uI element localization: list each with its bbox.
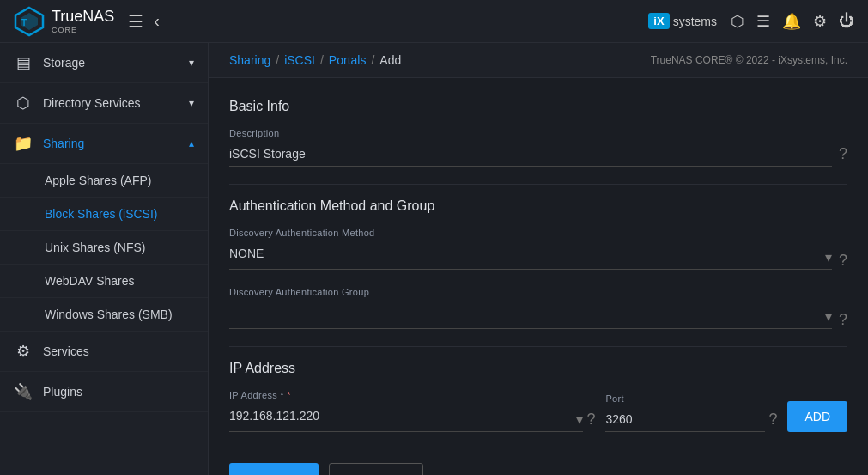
ip-address-arrow: ▾ [576,411,583,428]
sidebar-item-storage[interactable]: ▤ Storage ▾ [0,43,208,83]
sidebar-sub-smb[interactable]: Windows Shares (SMB) [0,298,208,332]
copyright-text: TrueNAS CORE® © 2022 - iXsystems, Inc. [651,54,847,66]
divider-1 [229,184,847,185]
sharing-icon: 📁 [14,134,33,153]
ip-address-input[interactable] [229,404,573,428]
discovery-auth-method-label: Discovery Authentication Method [229,228,847,238]
sidebar-label-nfs: Unix Shares (NFS) [45,241,145,254]
topbar-nav: ☰ ‹ [128,11,160,32]
sidebar: ▤ Storage ▾ ⬡ Directory Services ▾ 📁 Sha… [0,43,209,475]
topbar-left: T TrueNAS CORE ☰ ‹ [14,6,160,37]
sidebar-item-plugins[interactable]: 🔌 Plugins [0,372,208,412]
ip-address-select-wrapper: ▾ [229,404,583,432]
discovery-auth-group-select[interactable] [229,301,822,325]
services-icon: ⚙ [14,342,33,361]
logo-text-group: TrueNAS CORE [52,8,114,34]
sidebar-label-iscsi: Block Shares (iSCSI) [45,207,157,221]
description-help-icon[interactable]: ? [839,145,847,163]
plugins-icon: 🔌 [14,382,33,401]
auth-section: Authentication Method and Group Discover… [229,198,847,329]
discovery-auth-method-row: NONE CHAP Mutual CHAP ▾ ? [229,241,847,270]
breadcrumb-bar: Sharing / iSCSI / Portals / Add TrueNAS … [209,43,868,78]
ip-address-label: IP Address * [229,390,595,400]
ix-text: systems [673,15,717,28]
discovery-auth-group-arrow: ▾ [825,308,832,325]
sidebar-item-directory-services[interactable]: ⬡ Directory Services ▾ [0,83,208,124]
port-help-icon[interactable]: ? [768,411,777,429]
form-actions: SUBMIT CANCEL [229,449,847,475]
breadcrumb-sep-3: / [371,53,374,67]
sidebar-sub-webdav[interactable]: WebDAV Shares [0,265,208,298]
sidebar-sub-nfs[interactable]: Unix Shares (NFS) [0,231,208,265]
sidebar-item-services[interactable]: ⚙ Services [0,332,208,372]
ip-address-col: IP Address * ▾ ? [229,390,595,432]
logo: T TrueNAS CORE [14,6,114,37]
description-label: Description [229,128,847,138]
basic-info-section: Basic Info Description ? [229,99,847,167]
storage-arrow: ▾ [189,57,194,69]
sidebar-sub-afp[interactable]: Apple Shares (AFP) [0,164,208,198]
discovery-auth-method-help-icon[interactable]: ? [839,252,847,270]
port-input[interactable] [605,407,765,432]
port-input-row: ? [605,407,777,432]
storage-icon: ▤ [14,53,33,72]
sidebar-sub-iscsi[interactable]: Block Shares (iSCSI) [0,198,208,231]
discovery-auth-method-arrow: ▾ [825,249,832,265]
sharing-arrow: ▴ [189,137,194,149]
discovery-auth-group-group: Discovery Authentication Group ▾ ? [229,287,847,329]
auth-section-title: Authentication Method and Group [229,198,847,214]
breadcrumb: Sharing / iSCSI / Portals / Add [229,53,401,67]
topbar: T TrueNAS CORE ☰ ‹ iX systems ⬡ ☰ 🔔 ⚙ ⏻ [0,0,868,43]
discovery-auth-group-row: ▾ ? [229,301,847,329]
ip-section: IP Address IP Address * ▾ ? [229,361,847,432]
ip-row: IP Address * ▾ ? Port [229,390,847,432]
discovery-auth-group-label: Discovery Authentication Group [229,287,847,297]
logo-title: TrueNAS [52,8,114,25]
discovery-auth-group-select-wrapper: ▾ [229,301,832,329]
logo-subtitle: CORE [52,26,114,34]
sidebar-label-afp: Apple Shares (AFP) [45,174,152,187]
back-icon[interactable]: ‹ [154,11,160,31]
breadcrumb-add: Add [379,53,401,67]
description-group: Description ? [229,128,847,167]
power-icon[interactable]: ⏻ [839,12,854,31]
breadcrumb-sep-1: / [276,53,279,67]
sidebar-label-sharing: Sharing [43,137,84,150]
sidebar-label-storage: Storage [43,56,85,70]
description-input[interactable] [229,142,832,167]
sidebar-label-services: Services [43,344,89,358]
breadcrumb-sep-2: / [320,53,324,67]
topbar-right: iX systems ⬡ ☰ 🔔 ⚙ ⏻ [648,12,854,31]
breadcrumb-sharing[interactable]: Sharing [229,53,270,67]
ip-address-help-icon[interactable]: ? [586,411,595,429]
tasks-icon[interactable]: ☰ [756,12,770,31]
logo-icon: T [14,6,45,37]
breadcrumb-portals[interactable]: Portals [329,53,367,67]
discovery-auth-method-select[interactable]: NONE CHAP Mutual CHAP [229,241,822,265]
basic-info-title: Basic Info [229,99,847,114]
alerts-icon[interactable]: 🔔 [782,12,801,31]
description-row: ? [229,142,847,167]
discovery-auth-group-help-icon[interactable]: ? [839,311,847,329]
sidebar-item-sharing[interactable]: 📁 Sharing ▴ [0,124,208,164]
svg-text:T: T [21,18,27,27]
directory-services-icon: ⬡ [14,94,33,113]
directory-services-arrow: ▾ [189,97,194,109]
menu-icon[interactable]: ☰ [128,11,143,32]
ix-badge: iX [648,13,669,29]
submit-button[interactable]: SUBMIT [229,463,319,475]
content-area: Sharing / iSCSI / Portals / Add TrueNAS … [209,43,868,475]
add-button[interactable]: ADD [787,401,847,432]
sidebar-label-smb: Windows Shares (SMB) [45,308,173,321]
port-label: Port [605,393,777,404]
ip-row-group: IP Address * ▾ ? Port [229,390,847,432]
ip-section-title: IP Address [229,361,847,376]
sidebar-label-directory-services: Directory Services [43,96,141,110]
divider-2 [229,346,847,347]
cloud-icon[interactable]: ⬡ [731,12,744,31]
topbar-icons: ⬡ ☰ 🔔 ⚙ ⏻ [731,12,854,31]
settings-icon[interactable]: ⚙ [813,12,827,31]
discovery-auth-method-select-wrapper: NONE CHAP Mutual CHAP ▾ [229,241,832,270]
cancel-button[interactable]: CANCEL [329,463,423,475]
breadcrumb-iscsi[interactable]: iSCSI [284,53,315,67]
